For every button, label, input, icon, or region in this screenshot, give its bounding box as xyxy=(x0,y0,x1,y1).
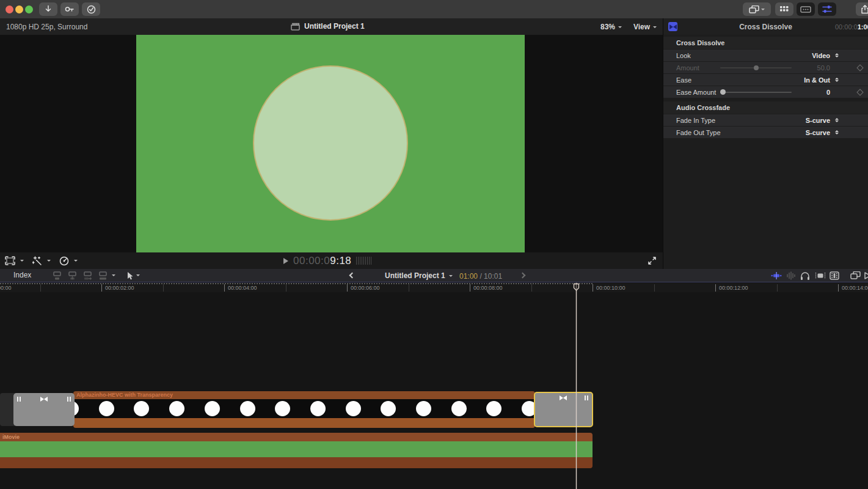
play-icon[interactable] xyxy=(283,258,288,264)
chevron-down-icon[interactable] xyxy=(20,260,24,262)
import-button[interactable] xyxy=(39,2,57,16)
section-header-cross-dissolve: Cross Dissolve xyxy=(663,37,868,49)
clapperboard-icon xyxy=(291,23,300,31)
chevron-down-icon xyxy=(761,9,765,10)
ruler-tick-label: 00:00:10:00 xyxy=(596,285,625,291)
look-value[interactable]: Video xyxy=(812,52,830,59)
video-clip[interactable]: Alphazinho-HEVC with Transparency xyxy=(73,391,535,428)
video-clip-audio-bar xyxy=(73,418,535,428)
inspector-sliders-icon xyxy=(822,5,832,13)
ruler-tick-label: 00:00:14:00 xyxy=(842,285,868,291)
forward-chevron-icon[interactable] xyxy=(520,273,526,279)
ease-value[interactable]: In & Out xyxy=(804,76,830,84)
filmstrip-thumbnails xyxy=(73,399,535,418)
thumbnail-circle xyxy=(134,401,149,416)
project-extent-dots xyxy=(0,283,593,284)
viewer-canvas[interactable] xyxy=(136,35,525,252)
browser-toggle-icon[interactable] xyxy=(850,271,861,279)
index-button[interactable]: Index xyxy=(13,271,31,279)
timecode-display-button[interactable] xyxy=(797,2,815,16)
ruler-tick-label: 00:00:02:00 xyxy=(105,285,134,291)
workspace-layouts-button[interactable] xyxy=(743,2,771,16)
chevron-down-icon[interactable] xyxy=(112,274,115,276)
audio-skimming-icon[interactable] xyxy=(786,271,796,280)
play-outline-icon[interactable] xyxy=(864,271,868,280)
ease-amount-label: Ease Amount xyxy=(663,89,716,96)
amount-value[interactable]: 50.0 xyxy=(817,64,830,72)
keyframe-diamond-icon[interactable] xyxy=(856,64,863,71)
transition-duration-timecode: 00:00:01:00 xyxy=(835,23,868,31)
playhead-handle[interactable] xyxy=(573,283,580,291)
transition-clip-end-selected[interactable] xyxy=(534,392,593,427)
fade-out-label: Fade Out Type xyxy=(663,129,721,136)
solo-headphones-icon[interactable] xyxy=(800,271,810,281)
audio-meters-icon[interactable] xyxy=(356,257,371,265)
row-fade-out-type[interactable]: Fade Out Type S-curve xyxy=(663,127,868,138)
media-browser-button[interactable] xyxy=(775,2,793,16)
keyframe-diamond-icon[interactable] xyxy=(856,89,863,95)
playhead-line[interactable] xyxy=(576,283,577,489)
close-button[interactable] xyxy=(5,6,13,13)
fade-out-value[interactable]: S-curve xyxy=(806,129,830,136)
ease-amount-value[interactable]: 0 xyxy=(826,89,830,96)
chevron-down-icon[interactable] xyxy=(47,260,51,262)
ruler-major-tick xyxy=(224,284,225,292)
connect-edit-icon[interactable] xyxy=(52,271,62,280)
row-ease-amount[interactable]: Ease Amount 0 xyxy=(663,86,868,98)
keyboard-icon xyxy=(800,6,811,13)
snapping-icon[interactable] xyxy=(815,271,826,280)
trim-skimming-icon[interactable] xyxy=(771,271,782,280)
chevron-down-icon xyxy=(618,26,622,28)
row-ease[interactable]: Ease In & Out xyxy=(663,74,868,86)
minimize-button[interactable] xyxy=(15,6,23,13)
ruler-major-tick xyxy=(593,284,593,292)
cursor-tool-icon[interactable] xyxy=(126,271,134,281)
amount-slider[interactable] xyxy=(720,67,792,68)
keyword-button[interactable] xyxy=(60,2,79,16)
row-amount[interactable]: Amount 50.0 xyxy=(663,62,868,73)
back-chevron-icon[interactable] xyxy=(349,273,356,279)
ease-amount-slider[interactable] xyxy=(720,92,792,93)
viewer-view-menu[interactable]: View xyxy=(633,23,657,31)
browser-grid-icon xyxy=(779,6,789,13)
transition-clip-start[interactable] xyxy=(13,393,75,426)
tasks-button[interactable] xyxy=(82,2,100,16)
timeline-timecode: 01:00 / 10:01 xyxy=(459,272,502,281)
look-label: Look xyxy=(663,52,691,59)
clip-appearance-icon[interactable] xyxy=(830,271,839,280)
color-correction-icon[interactable] xyxy=(59,256,69,266)
ruler-tick-label: 00:00:04:00 xyxy=(228,285,257,291)
row-look[interactable]: Look Video xyxy=(663,50,868,61)
enhance-wand-icon[interactable] xyxy=(32,256,42,266)
viewer-control-bar: 00:00:09:18 xyxy=(0,252,663,269)
crop-icon[interactable] xyxy=(5,256,15,265)
insert-edit-icon[interactable] xyxy=(67,271,78,280)
append-edit-icon[interactable] xyxy=(82,271,93,280)
ruler-tick-label: 00:00:06:00 xyxy=(351,285,380,291)
viewer-zoom-menu[interactable]: 83% xyxy=(600,23,622,31)
zoom-button[interactable] xyxy=(25,6,33,13)
popup-chevrons-icon xyxy=(835,118,839,122)
overwrite-edit-icon[interactable] xyxy=(98,271,108,280)
transition-bowtie-icon xyxy=(40,397,48,402)
fade-in-value[interactable]: S-curve xyxy=(806,117,830,124)
project-header: 1080p HD 25p, Surround Untitled Project … xyxy=(0,18,663,35)
thumbnail-circle xyxy=(240,401,255,416)
background-clip[interactable]: iMovie xyxy=(0,433,593,468)
fullscreen-expand-icon[interactable] xyxy=(647,256,657,265)
key-icon xyxy=(65,6,75,13)
titlebar xyxy=(0,0,868,18)
chevron-down-icon[interactable] xyxy=(74,260,78,262)
inspector-toggle-button[interactable] xyxy=(818,2,836,16)
pause-bars-icon xyxy=(17,397,21,402)
timeline-ruler[interactable]: 00:00:00:0000:00:02:0000:00:04:0000:00:0… xyxy=(0,283,868,292)
zoom-value: 83% xyxy=(600,23,615,31)
chevron-down-icon[interactable] xyxy=(136,274,140,276)
row-fade-in-type[interactable]: Fade In Type S-curve xyxy=(663,114,868,126)
popup-chevrons-icon xyxy=(835,53,839,57)
timeline-project-menu[interactable]: Untitled Project 1 xyxy=(385,271,453,280)
thumbnail-circle xyxy=(381,401,396,416)
share-button[interactable] xyxy=(856,2,868,16)
timeline-toolbar: Index Untitled Project 1 xyxy=(0,269,868,282)
background-clip-body xyxy=(0,441,593,457)
